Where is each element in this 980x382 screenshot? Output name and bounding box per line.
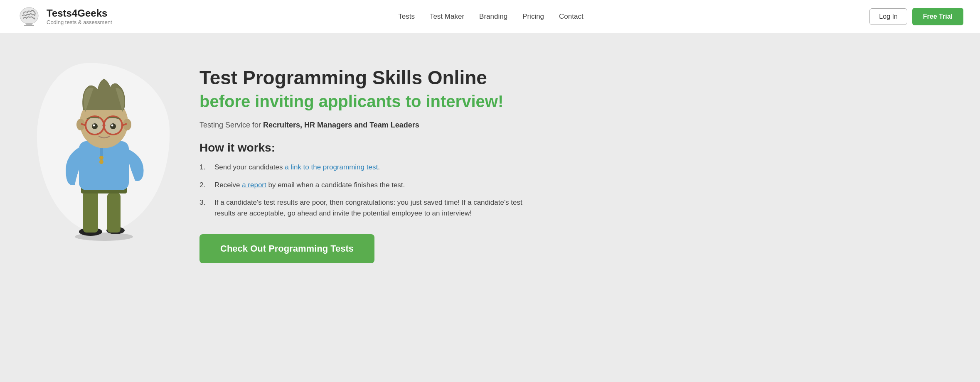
svg-rect-9 bbox=[79, 141, 129, 190]
step-2-num: 2. bbox=[199, 180, 209, 191]
step-1: 1. Send your candidates a link to the pr… bbox=[199, 162, 524, 173]
logo-text-block: Tests4Geeks Coding tests & assessment bbox=[47, 7, 112, 26]
headline-black: Test Programming Skills Online bbox=[199, 66, 524, 89]
svg-point-27 bbox=[93, 125, 95, 127]
step-2: 2. Receive a report by email when a cand… bbox=[199, 180, 524, 191]
step-1-num: 1. bbox=[199, 162, 209, 173]
free-trial-button[interactable]: Free Trial bbox=[912, 8, 963, 25]
headline-green: before inviting applicants to interview! bbox=[199, 91, 524, 112]
nav-pricing[interactable]: Pricing bbox=[522, 12, 544, 21]
nav-tests[interactable]: Tests bbox=[398, 12, 415, 21]
nav-test-maker[interactable]: Test Maker bbox=[430, 12, 464, 21]
logo-title: Tests4Geeks bbox=[47, 7, 112, 20]
nav-branding[interactable]: Branding bbox=[479, 12, 507, 21]
how-it-works-title: How it works: bbox=[199, 141, 524, 154]
main-nav: Tests Test Maker Branding Pricing Contac… bbox=[398, 12, 583, 21]
svg-point-28 bbox=[111, 125, 113, 127]
subheadline-bold: Recruiters, HR Managers and Team Leaders bbox=[263, 121, 419, 129]
logo-area: Tests4Geeks Coding tests & assessment bbox=[17, 4, 112, 29]
svg-point-11 bbox=[99, 160, 103, 164]
step-3: 3. If a candidate's test results are poo… bbox=[199, 197, 524, 219]
svg-point-12 bbox=[99, 156, 103, 160]
step-3-text: If a candidate's test results are poor, … bbox=[214, 197, 524, 219]
subheadline: Testing Service for Recruiters, HR Manag… bbox=[199, 121, 524, 130]
nav-contact[interactable]: Contact bbox=[559, 12, 584, 21]
logo-subtitle: Coding tests & assessment bbox=[47, 19, 112, 25]
main-content: Test Programming Skills Online before in… bbox=[0, 33, 980, 382]
subheadline-plain: Testing Service for bbox=[199, 121, 263, 129]
header: Tests4Geeks Coding tests & assessment Te… bbox=[0, 0, 980, 33]
character-illustration bbox=[46, 58, 162, 241]
text-content: Test Programming Skills Online before in… bbox=[199, 58, 524, 263]
svg-rect-1 bbox=[26, 23, 32, 25]
step-1-text: Send your candidates a link to the progr… bbox=[214, 162, 380, 173]
login-button[interactable]: Log In bbox=[869, 8, 907, 25]
header-actions: Log In Free Trial bbox=[869, 8, 963, 25]
svg-point-26 bbox=[110, 123, 116, 129]
step-2-link[interactable]: a report bbox=[242, 181, 266, 189]
svg-rect-6 bbox=[83, 191, 98, 233]
svg-rect-7 bbox=[107, 193, 121, 233]
step-3-num: 3. bbox=[199, 197, 209, 208]
cta-button[interactable]: Check Out Programming Tests bbox=[199, 234, 374, 263]
svg-rect-2 bbox=[24, 25, 34, 26]
step-1-link[interactable]: a link to the programming test bbox=[285, 163, 378, 171]
steps-list: 1. Send your candidates a link to the pr… bbox=[199, 162, 524, 219]
step-2-text: Receive a report by email when a candida… bbox=[214, 180, 405, 191]
logo-icon bbox=[17, 4, 42, 29]
svg-point-25 bbox=[92, 123, 98, 129]
illustration-area bbox=[33, 58, 175, 241]
